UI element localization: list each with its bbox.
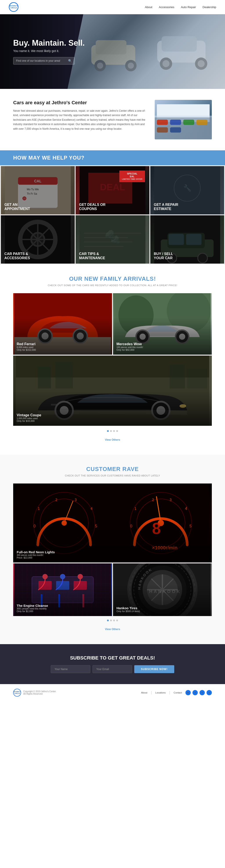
svg-rect-14 — [170, 120, 181, 125]
footer-link-contact[interactable]: Contact — [174, 691, 182, 694]
logo[interactable]: JETHRO'SCIRCLE — [9, 2, 19, 12]
help-card-estimate[interactable]: 🔧 GET A REPAIRESTIMATE — [150, 166, 224, 214]
help-card-appointment[interactable]: CAL Mo Tu We Th Fr Sa 15 GET ANAPPOINTME… — [1, 166, 75, 214]
arrivals-dot-3[interactable] — [113, 430, 115, 432]
ferrari-miles: 8,000 miles used — [17, 346, 36, 348]
arrivals-dot-4[interactable] — [116, 430, 118, 432]
svg-rect-13 — [157, 120, 168, 125]
help-card-buysell[interactable]: BUY / SELLYOUR CAR — [150, 215, 224, 264]
navigation: JETHRO'SCIRCLE About Accessories Auto Re… — [0, 0, 225, 14]
nav-auto-repair[interactable]: Auto Repair — [181, 5, 196, 9]
deals-content: GET DEALS ORCOUPONS — [76, 199, 109, 214]
hero-cars-svg — [67, 14, 225, 89]
parts-label: CAR PARTS &ACCESSORIES — [4, 252, 30, 260]
footer-divider-2: | — [169, 691, 170, 694]
about-body: Never feel stressed about car purchases,… — [13, 108, 146, 131]
neon-name: Full-on Red Neon Lights — [17, 550, 55, 554]
rave-card-tires[interactable]: HANKOOK HANKOOK Hankoo Tires Only for $5… — [113, 563, 212, 616]
rave-subtitle: CHECK OUT THE SERVICES OUR CUSTOMERS HAV… — [13, 474, 212, 477]
ferrari-info: Red Ferrari 8,000 miles used Only for $1… — [17, 342, 36, 351]
logo-circle: JETHRO'SCIRCLE — [9, 2, 19, 12]
help-card-tips[interactable]: 🔩 CAR TIPS &MAINTENANCE — [76, 215, 149, 264]
car-card-ferrari[interactable]: Red Ferrari 8,000 miles used Only for $1… — [13, 293, 112, 355]
subscribe-email-input[interactable] — [92, 665, 132, 673]
nav-accessories[interactable]: Accessories — [159, 5, 174, 9]
hero-cars-bg — [67, 14, 225, 89]
svg-rect-18 — [170, 127, 181, 132]
deals-special-badge: SPECIAL EAL Limited time offer — [119, 170, 145, 182]
footer-social: in f t y — [186, 690, 212, 695]
social-linkedin[interactable]: in — [186, 690, 191, 695]
car-card-mercedes[interactable]: Mercedes Wow 100 pieces sold this month!… — [113, 293, 212, 355]
arrivals-header: OUR NEW FAMILY ARRIVALS! CHECK OUT SOME … — [13, 275, 212, 287]
subscribe-name-input[interactable] — [51, 665, 90, 673]
coupe-overlay — [13, 355, 212, 426]
hero-subtitle: You name it. We most likely got it. — [13, 49, 85, 53]
lot-svg — [155, 100, 212, 140]
rave-dot-3[interactable] — [113, 620, 115, 621]
footer-link-about[interactable]: About — [141, 691, 147, 694]
social-youtube[interactable]: y — [206, 690, 212, 695]
help-card-deals[interactable]: DEAL SPECIAL EAL Limited time offer GET … — [76, 166, 149, 214]
rave-dot-1[interactable] — [107, 620, 109, 621]
svg-point-9 — [97, 63, 103, 69]
car-card-coupe[interactable]: Vintage Coupe 1,000,000 miles used Only … — [13, 355, 212, 426]
nav-dealership[interactable]: Dealership — [203, 5, 216, 9]
deals-badge-sub: EAL — [122, 175, 142, 178]
arrivals-view-others-link[interactable]: View Others — [105, 438, 120, 441]
tires-info: Hankoo Tires Only for $500 (4 tires) — [116, 606, 140, 613]
engine-name: The Engine Cleanse — [17, 604, 48, 608]
search-input[interactable] — [16, 59, 66, 62]
subscribe-form: SUBSCRIBE NOW! — [13, 665, 212, 673]
rave-dot-4[interactable] — [116, 620, 118, 621]
coupe-name: Vintage Coupe — [17, 413, 41, 417]
rave-grid-top: 0 1 2 3 4 5 0 1 2 3 4 — [13, 484, 212, 562]
help-card-parts[interactable]: CAR PARTS &ACCESSORIES — [1, 215, 75, 264]
footer-link-locations[interactable]: Locations — [156, 691, 166, 694]
engine-price: Only for $2,000 — [17, 610, 48, 613]
help-title: HOW MAY WE HELP YOU? — [13, 155, 212, 161]
arrivals-title: OUR NEW FAMILY ARRIVALS! — [13, 275, 212, 282]
social-twitter[interactable]: t — [199, 690, 205, 695]
rave-dot-2[interactable] — [110, 620, 112, 621]
tips-label: CAR TIPS &MAINTENANCE — [79, 252, 105, 260]
tires-name: Hankoo Tires — [116, 606, 140, 610]
mercedes-miles: 100 pieces sold this month! — [116, 346, 143, 348]
neon-sold: 300 pieces sold this month! — [17, 554, 55, 556]
coupe-price: Only for $33,000 — [17, 420, 41, 422]
appointment-content: GET ANAPPOINTMENT — [1, 199, 33, 214]
nav-about[interactable]: About — [145, 5, 152, 9]
coupe-miles: 1,000,000 miles used — [17, 417, 41, 420]
arrivals-pagination — [13, 427, 212, 435]
subscribe-title: SUBSCRIBE TO GET GREAT DEALS! — [13, 655, 212, 661]
arrivals-subtitle: CHECK OUT SOME OF THE CARS WE RECENTLY A… — [13, 284, 212, 287]
about-image — [155, 100, 212, 140]
hero-content: Buy. Maintain. Sell. You name it. We mos… — [13, 39, 85, 64]
car-grid-top: Red Ferrari 8,000 miles used Only for $1… — [13, 293, 212, 355]
rave-card-neon[interactable]: 0 1 2 3 4 5 0 1 2 3 4 — [13, 484, 212, 562]
rave-pagination — [13, 616, 212, 625]
mercedes-name: Mercedes Wow — [116, 342, 143, 346]
arrivals-dot-2[interactable] — [110, 430, 112, 432]
arrivals-dot-1[interactable] — [107, 430, 109, 432]
svg-rect-1 — [162, 36, 197, 52]
arrivals-section: OUR NEW FAMILY ARRIVALS! CHECK OUT SOME … — [0, 265, 225, 455]
arrivals-view-others: View Others — [13, 435, 212, 444]
engine-info: The Engine Cleanse 3001 people need this… — [17, 604, 48, 613]
neon-price: Price: $22,000 — [17, 556, 55, 559]
about-section: Cars are easy at Jethro's Center Never f… — [0, 89, 225, 150]
svg-point-3 — [163, 60, 170, 67]
hero-search-bar[interactable]: 🔍 — [13, 57, 75, 64]
rave-card-engine[interactable]: The Engine Cleanse 3001 people need this… — [13, 563, 112, 616]
subscribe-button[interactable]: SUBSCRIBE NOW! — [134, 665, 174, 673]
parts-content: CAR PARTS &ACCESSORIES — [1, 248, 33, 264]
rave-title: CUSTOMER RAVE — [13, 466, 212, 472]
rave-view-others-link[interactable]: View Others — [105, 628, 120, 631]
footer-divider-1: | — [151, 691, 152, 694]
coupe-info: Vintage Coupe 1,000,000 miles used Only … — [17, 413, 41, 422]
deals-badge-text: SPECIAL — [122, 172, 142, 175]
footer-logo: JETHRO'SCIRCLE Copyright © 2019 Jethro's… — [13, 689, 56, 696]
deals-limited-text: Limited time offer — [122, 178, 142, 180]
social-facebook[interactable]: f — [193, 690, 198, 695]
svg-rect-7 — [96, 40, 126, 55]
